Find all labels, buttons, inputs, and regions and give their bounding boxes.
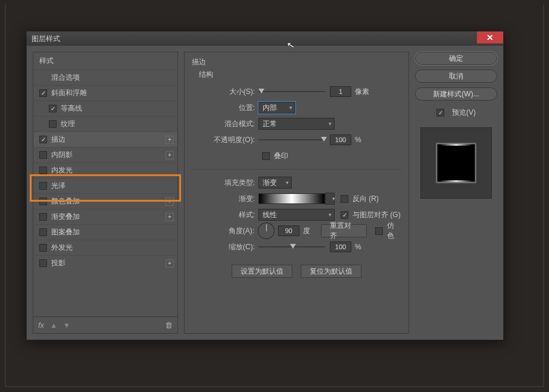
- style-label: 渐变叠加: [51, 212, 166, 222]
- style-label: 图案叠加: [51, 227, 174, 237]
- style-label: 样式:: [192, 210, 258, 220]
- opacity-slider[interactable]: [258, 139, 325, 140]
- style-row[interactable]: 描边+: [33, 131, 177, 147]
- filltype-dropdown[interactable]: 渐变▾: [258, 177, 292, 189]
- preview-label: 预览(V): [452, 108, 476, 118]
- layer-style-dialog: 图层样式 ✕ 样式 混合选项 斜面和浮雕等高线纹理描边+内阴影+内发光光泽颜色叠…: [26, 31, 504, 340]
- style-row[interactable]: 等高线: [33, 101, 177, 116]
- style-checkbox[interactable]: [39, 228, 47, 236]
- style-checkbox[interactable]: [39, 182, 47, 190]
- styles-header[interactable]: 样式: [33, 52, 177, 70]
- overprint-label: 叠印: [274, 151, 288, 161]
- style-label: 内发光: [51, 165, 174, 175]
- style-label: 外发光: [51, 243, 174, 253]
- dither-checkbox[interactable]: [375, 227, 383, 235]
- style-row[interactable]: 外发光: [33, 240, 177, 255]
- size-input[interactable]: [330, 86, 351, 97]
- styles-list: 斜面和浮雕等高线纹理描边+内阴影+内发光光泽颜色叠加+渐变叠加+图案叠加外发光投…: [33, 85, 177, 316]
- ok-button[interactable]: 确定: [415, 52, 497, 65]
- style-row[interactable]: 光泽: [33, 178, 177, 193]
- style-row[interactable]: 内阴影+: [33, 147, 177, 162]
- filltype-label: 填充类型:: [192, 178, 258, 188]
- style-row[interactable]: 纹理: [33, 116, 177, 131]
- reverse-label: 反向 (R): [353, 194, 379, 204]
- style-checkbox[interactable]: [39, 89, 47, 97]
- angle-dial[interactable]: [258, 222, 274, 239]
- blend-options-row[interactable]: 混合选项: [33, 70, 177, 85]
- styles-footer: fx ▲ ▼ 🗑: [33, 316, 177, 333]
- action-panel: 确定 取消 新建样式(W)... 预览(V): [415, 52, 497, 334]
- reset-default-button[interactable]: 复位为默认值: [301, 265, 361, 278]
- style-row[interactable]: 投影+: [33, 255, 177, 271]
- cancel-button[interactable]: 取消: [415, 70, 497, 83]
- trash-icon[interactable]: 🗑: [165, 321, 173, 330]
- blendmode-dropdown[interactable]: 正常▾: [258, 118, 335, 130]
- close-button[interactable]: ✕: [477, 32, 503, 43]
- align-checkbox[interactable]: [341, 211, 348, 219]
- style-dropdown[interactable]: 线性▾: [258, 209, 335, 221]
- plus-icon[interactable]: +: [166, 136, 174, 144]
- new-style-button[interactable]: 新建样式(W)...: [415, 87, 497, 101]
- style-label: 描边: [51, 134, 166, 145]
- position-dropdown[interactable]: 内部▾: [258, 102, 295, 114]
- scale-label: 缩放(C):: [192, 242, 258, 252]
- style-row[interactable]: 内发光: [33, 162, 177, 178]
- style-label: 纹理: [61, 119, 174, 129]
- style-checkbox[interactable]: [39, 167, 47, 174]
- align-label: 与图层对齐 (G): [353, 210, 401, 220]
- reverse-checkbox[interactable]: [341, 195, 348, 203]
- plus-icon[interactable]: +: [166, 151, 174, 159]
- dialog-title: 图层样式: [32, 34, 60, 44]
- gradient-dropdown[interactable]: ▾: [325, 193, 335, 205]
- plus-icon[interactable]: +: [166, 259, 174, 268]
- style-checkbox[interactable]: [39, 244, 47, 252]
- style-label: 内阴影: [51, 150, 166, 160]
- section-title: 描边: [192, 57, 401, 67]
- opacity-label: 不透明度(O):: [192, 135, 258, 145]
- opacity-input[interactable]: [330, 134, 351, 145]
- style-checkbox[interactable]: [39, 259, 47, 267]
- up-arrow-icon[interactable]: ▲: [50, 321, 57, 330]
- reset-align-button[interactable]: 重置对齐: [321, 224, 367, 237]
- styles-panel: 样式 混合选项 斜面和浮雕等高线纹理描边+内阴影+内发光光泽颜色叠加+渐变叠加+…: [33, 52, 178, 334]
- preview-checkbox[interactable]: [436, 109, 444, 117]
- style-label: 投影: [51, 258, 166, 268]
- size-slider[interactable]: [258, 91, 325, 92]
- style-checkbox[interactable]: [49, 105, 57, 112]
- style-row[interactable]: 图案叠加: [33, 224, 177, 240]
- titlebar[interactable]: 图层样式 ✕: [27, 32, 503, 46]
- structure-label: 结构: [199, 70, 401, 80]
- style-checkbox[interactable]: [49, 120, 57, 128]
- style-label: 光泽: [51, 181, 174, 191]
- set-default-button[interactable]: 设置为默认值: [232, 265, 292, 278]
- scale-slider[interactable]: [258, 246, 325, 247]
- size-label: 大小(S):: [192, 87, 258, 97]
- down-arrow-icon[interactable]: ▼: [63, 321, 70, 330]
- gradient-label: 渐变:: [192, 194, 258, 204]
- style-row[interactable]: 斜面和浮雕: [33, 85, 177, 101]
- position-label: 位置:: [192, 103, 258, 113]
- style-checkbox[interactable]: [39, 151, 47, 159]
- style-checkbox[interactable]: [39, 136, 47, 143]
- dither-label: 仿色: [387, 221, 401, 241]
- settings-panel: 描边 结构 大小(S): 像素 位置: 内部▾ 混合模式: 正常▾: [184, 52, 409, 334]
- scale-input[interactable]: [330, 242, 351, 252]
- style-row[interactable]: 渐变叠加+: [33, 209, 177, 224]
- style-checkbox[interactable]: [39, 213, 47, 221]
- style-label: 斜面和浮雕: [51, 88, 174, 98]
- overprint-checkbox[interactable]: [262, 152, 270, 160]
- preview-box: [420, 127, 492, 199]
- plus-icon[interactable]: +: [166, 197, 174, 206]
- style-checkbox[interactable]: [39, 197, 47, 205]
- plus-icon[interactable]: +: [166, 213, 174, 221]
- angle-label: 角度(A):: [192, 226, 258, 236]
- style-label: 等高线: [61, 104, 174, 114]
- gradient-swatch[interactable]: [258, 193, 325, 204]
- fx-icon[interactable]: fx: [38, 321, 44, 330]
- blendmode-label: 混合模式:: [192, 119, 258, 129]
- style-label: 颜色叠加: [51, 196, 166, 206]
- angle-input[interactable]: [278, 225, 300, 236]
- style-row[interactable]: 颜色叠加+: [33, 193, 177, 209]
